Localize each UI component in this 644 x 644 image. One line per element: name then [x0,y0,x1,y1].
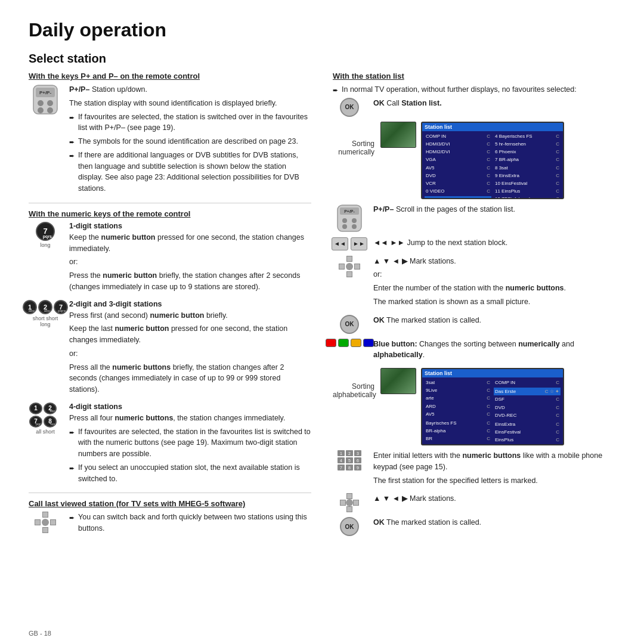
icon-dpad2 [333,256,366,277]
main-columns: With the keys P+ and P– on the remote co… [29,72,615,543]
ok-button-2: OK [340,517,359,536]
svg-point-12 [342,224,347,229]
row-last-viewed: You can switch back and forth quickly be… [29,512,311,537]
sa-3sat: 3satC [425,379,491,386]
bullet-last-viewed: You can switch back and forth quickly be… [69,512,311,534]
content-23digit: 2-digit and 3-digit stations Press first… [69,300,311,398]
s-eins-plus: 11 EinsPlusC [494,187,561,195]
row-scroll: P+/P- P+/P– Scroll in the pages of the s… [333,204,615,233]
s-comp-in: COMP INC [425,132,491,140]
sa-eins-extra: EinsExtraC [494,420,561,428]
row-blue-btn: Blue button: Changes the sorting between… [333,339,615,364]
icon-media-btns: ◄◄ ►► [333,237,366,250]
green-btn [338,339,349,347]
section-numeric-title: With the numeric keys of the remote cont… [29,209,311,218]
sa-dvd-rec: DVD-RECC [494,411,561,419]
sa-bay: Bayrisches FSC [425,419,491,427]
right-column: With the station list In normal TV opera… [333,72,615,543]
desc1-23digit: Press first (and second) numeric button … [69,310,311,321]
title-4digit: 4-digit stations [69,402,311,411]
dpad-3 [340,493,359,512]
sa-cnn: CNN INT [425,444,491,446]
sa-dsf: DSFC [494,395,561,403]
desc3-23digit: Press all the numeric buttons briefly, t… [69,362,311,395]
bullet-normal-tv: In normal TV operation, without further … [333,84,615,95]
s-dvd: DVDC [425,172,491,179]
page-footer: GB - 18 [29,630,51,637]
screen-body-alpha: 3satC 9LiveC arteC ARDC AV5C Bayrisches … [422,377,563,445]
screen-col-left-alpha: 3satC 9LiveC arteC ARDC AV5C Bayrisches … [423,379,493,445]
dpad-down [42,527,48,533]
svg-point-5 [38,107,44,113]
station-screen-numeric: Station list COMP INC HDMI3/DVIC HDMI2/D… [421,122,564,199]
screen-col-left-num: COMP INC HDMI3/DVIC HDMI2/DVIC VGAC AV5C… [423,132,493,199]
mark2-label: ▲ ▼ ◄ ▶ Mark stations. [373,493,456,504]
bullet-4digit-2: If you select an unoccupied station slot… [69,462,311,485]
ok-station-desc: OK Call Station list. [373,98,442,109]
remote-icon: P+/P- [31,84,60,115]
ok-button-station: OK [340,98,359,117]
station-thumbnail [380,122,416,148]
divider-2 [29,493,311,493]
svg-point-6 [47,107,53,113]
desc1-4digit: Press all four numeric buttons, the stat… [69,413,311,424]
sa-dvd: DVDC [494,404,561,411]
sa-9live: 9LiveC [425,386,491,394]
nk-9: 9 [354,465,361,470]
ffwd-btn: ►► [351,237,367,250]
svg-point-13 [352,224,357,229]
row-4digit: 1 2abc 7pqr 8tuv all short 4-digit stati… [29,402,311,487]
nk-6: 6 [354,457,361,463]
station-screen-num-wrap: Station list COMP INC HDMI3/DVIC HDMI2/D… [380,122,564,199]
s-hdmi3: HDMI3/DVIC [425,140,491,148]
svg-point-10 [342,218,347,223]
alpha-first: The first station for the specified lett… [373,475,615,487]
desc1-1digit: Keep the numeric button pressed for one … [69,232,311,255]
s-eins-extra: 9 EinsExtraC [494,172,561,179]
s-hdmi2: HDMI2/DVIC [425,148,491,156]
label-long: long [40,242,50,248]
p-plus-main: P+/P– Station up/down. [69,84,311,95]
sorting-numerically-section: Sortingnumerically Station list COMP INC… [333,122,615,199]
svg-text:P+/P-: P+/P- [39,90,52,95]
sa-comp: COMP INC [494,379,561,386]
num-7b: 7pqrs [54,300,68,314]
ok-icon-box: OK [333,98,366,117]
icon-1digit: 7 pqrs long [29,222,62,248]
sa-eins-fest: EinsFestivalC [494,428,561,436]
nk-8: 8 [346,465,353,470]
section-p-plus: With the keys P+ and P– on the remote co… [29,72,311,197]
s-eins-fest: 10 EinsFestivalC [494,179,561,187]
bullet-favourites: If favourites are selected, the station … [69,112,311,134]
num-7c: 7pqr [29,416,42,428]
s-vcr: VCRC [425,179,491,187]
svg-point-4 [47,100,53,106]
media-btns: ◄◄ ►► [332,237,367,250]
bullet-4digit-1: If favourites are selected, the station … [69,426,311,460]
title-last-viewed: Call last viewed station (for TV sets wi… [29,499,311,508]
dpad-2 [339,256,360,277]
dpad2-center [346,263,353,270]
content-1digit: 1-digit stations Keep the numeric button… [69,222,311,295]
sa-ard: ARDC [425,402,491,410]
or1-23digit: or: [69,348,311,360]
icon-color-btns [333,339,366,347]
sa-eurosport: EurosportC [494,444,561,446]
title-1digit: 1-digit stations [69,222,311,230]
num-btn-7: 7 pqrs [36,222,55,241]
sa-das-erste: Das ErsteC ☆ ✦ [494,388,561,395]
divider-1 [29,203,311,203]
row-dpad2: ▲ ▼ ◄ ▶ Mark stations. or: Enter the num… [333,256,615,310]
content-last-viewed: You can switch back and forth quickly be… [69,512,311,537]
num-2b: 2abc [44,402,57,414]
ok-row: OK OK Call Station list. [333,98,615,117]
content-4digit: 4-digit stations Press all four numeric … [69,402,311,487]
station-screen-alpha: Station list 3satC 9LiveC arteC ARDC AV5… [421,368,564,445]
sa-arte: arteC [425,394,491,402]
dpad3-right [353,500,359,506]
bullet-symbols: The symbols for the sound identification… [69,136,311,147]
s-hr: 5 hr-fernsehenC [494,140,561,148]
sa-eins-plus: EinsPlusC [494,436,561,444]
page: Daily operation Select station With the … [0,0,644,644]
dpad [35,512,56,533]
